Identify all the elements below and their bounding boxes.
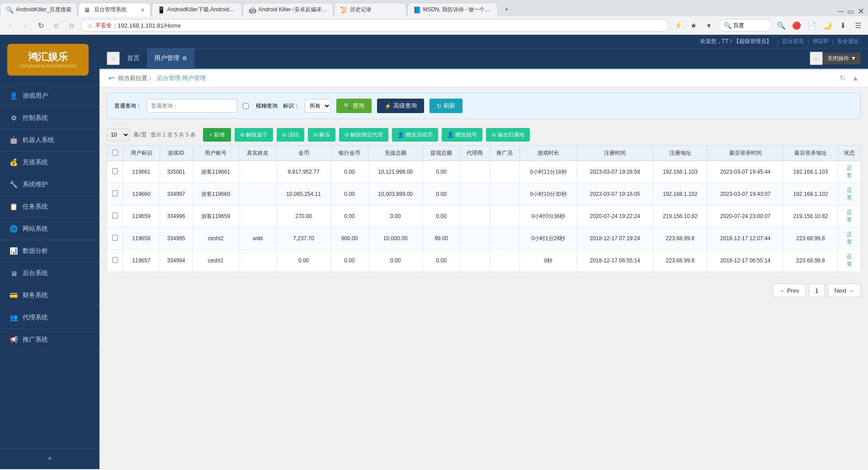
row-checkbox-0[interactable]	[107, 161, 123, 183]
row-checkbox-4[interactable]	[107, 250, 123, 272]
row-bank-coins-0: 0.00	[331, 161, 368, 183]
row-check-3[interactable]	[112, 235, 118, 241]
sidebar-item-task-system[interactable]: 📋 任务系统	[0, 196, 99, 218]
unbind-label: 解除绑定代理	[350, 131, 383, 139]
nav-back-page[interactable]: «	[107, 52, 120, 65]
collapse-btn[interactable]: ▲	[852, 74, 859, 82]
unfreeze-btn[interactable]: ⊖ 解冻	[308, 128, 335, 142]
star-btn[interactable]: ★	[687, 19, 700, 32]
gift-number-btn[interactable]: 👤 赠送靓号	[442, 128, 482, 142]
maximize-btn[interactable]: ▭	[847, 7, 854, 16]
top-nav-home-tab[interactable]: 首页	[120, 48, 147, 69]
row-check-1[interactable]	[112, 190, 118, 196]
search-input[interactable]	[147, 99, 237, 113]
row-withdraw-total-3: 99.00	[423, 228, 460, 250]
minimize-btn[interactable]: ─	[838, 7, 844, 16]
refresh-btn[interactable]: ↻ 刷新	[429, 99, 462, 113]
search-engine-icon: 🔍	[724, 22, 731, 29]
dissolve-table-btn[interactable]: ⊖ 解散桌子	[235, 128, 273, 142]
unbind-agent-btn[interactable]: ⊖ 解除绑定代理	[339, 128, 388, 142]
close-btn[interactable]: ✕	[858, 6, 864, 16]
close-ops-btn[interactable]: 关闭操作 ▼	[823, 53, 861, 64]
nav-home[interactable]: ⌂	[50, 19, 62, 32]
row-game-id-1: 334997	[160, 183, 192, 205]
sidebar-item-data-analysis[interactable]: 📊 数据分析	[0, 240, 99, 262]
header-link-logout[interactable]: 安全退出	[837, 38, 859, 45]
top-nav-user-tab[interactable]: 用户管理 ⚙	[147, 48, 194, 69]
browser-tab-2[interactable]: 🖥 后台管理系统 ×	[78, 3, 151, 16]
browser-menu-btn4[interactable]: ⬇	[836, 19, 849, 32]
sidebar-item-website-system[interactable]: 🌐 网站系统	[0, 218, 99, 240]
nav-bookmark[interactable]: ☆	[65, 19, 78, 32]
browser-tab-3[interactable]: 📱 AndroidKiller下载-AndroidKill...	[151, 3, 242, 16]
header-link-backend[interactable]: 后台首页	[782, 38, 804, 45]
lightning-btn[interactable]: ⚡	[672, 19, 684, 32]
browser-tab-6[interactable]: 📘 MSDN, 我告诉你 - 做一个安静...	[407, 3, 498, 16]
current-page-num: 1	[809, 284, 825, 297]
new-tab-btn[interactable]: +	[499, 3, 515, 16]
modify-attribution-btn[interactable]: ⊖ 修改归属地	[486, 128, 530, 142]
th-game-time: 游戏时长	[519, 146, 577, 161]
browser-nav: ‹ › ↻ ⌂ ☆ ⚠ 不安全 | ⚡ ★ ▾ 🔍 百度 🔍 🔴 📄 🌙 ⬇ ☰	[0, 16, 868, 35]
nav-reload[interactable]: ↻	[34, 19, 47, 32]
browser-tab-4[interactable]: 🤖 Android Killer--安卓反编译工具	[243, 3, 333, 16]
browser-menu-btn2[interactable]: 📄	[806, 19, 818, 32]
sidebar-add-btn[interactable]: +	[0, 448, 99, 469]
row-checkbox-3[interactable]	[107, 228, 123, 250]
sidebar-item-robot-system[interactable]: 🤖 机器人系统	[0, 129, 99, 152]
browser-tab-1[interactable]: 🔍 AndroidKiller_百度搜索	[0, 3, 77, 16]
add-btn[interactable]: + 新增	[203, 128, 231, 142]
row-promoter-4	[490, 250, 519, 272]
browser-menu-btn1[interactable]: 🔴	[790, 19, 803, 32]
expand-btn[interactable]: ▾	[703, 19, 715, 32]
sidebar-item-game-users[interactable]: 👤 游戏用户	[0, 85, 99, 107]
sidebar-item-promotion-system[interactable]: 📢 推广系统	[0, 329, 99, 351]
page-refresh-btn[interactable]: ↻	[840, 74, 845, 82]
gift-coins-btn[interactable]: 👤 赠送游戏币	[392, 128, 438, 142]
address-input[interactable]	[118, 22, 662, 29]
close-ops-label: 关闭操作	[827, 55, 849, 62]
nav-forward-page[interactable]: »	[810, 52, 823, 65]
freeze-btn[interactable]: ⊖ 冻结	[277, 128, 304, 142]
header-link-bind-ip[interactable]: 绑定IP	[813, 38, 829, 45]
fuzzy-query-checkbox[interactable]	[243, 103, 249, 109]
advanced-search-btn[interactable]: ⚡ 高级查询	[377, 99, 424, 113]
row-checkbox-2[interactable]	[107, 205, 123, 228]
sidebar-item-maintenance[interactable]: 🔧 系统维护	[0, 174, 99, 196]
row-coins-0: 9,817,952.77	[276, 161, 331, 183]
logo-main-text: 鸿汇娱乐	[19, 51, 76, 63]
tab-title-3: AndroidKiller下载-AndroidKill...	[167, 6, 236, 14]
th-bank-coins: 银行金币	[331, 146, 368, 161]
select-all-checkbox[interactable]	[112, 150, 118, 156]
sidebar-item-finance-system[interactable]: 💳 财务系统	[0, 285, 99, 307]
row-agent-2	[460, 205, 490, 228]
browser-tab-5[interactable]: 📜 历史记录	[334, 3, 406, 16]
tab-close-2[interactable]: ×	[141, 6, 145, 14]
row-last-login-ip-3: 223.68.99.8	[783, 228, 838, 250]
row-check-4[interactable]	[112, 257, 118, 263]
nav-back[interactable]: ‹	[4, 19, 16, 32]
sidebar-label-data-analysis: 数据分析	[23, 247, 90, 255]
browser-menu-btn5[interactable]: ☰	[852, 19, 864, 32]
row-recharge-total-4: 0.00	[368, 250, 423, 272]
unbind-icon: ⊖	[344, 132, 349, 138]
sidebar-label-task: 任务系统	[23, 203, 90, 211]
search-btn[interactable]: 🔍 查询	[336, 99, 372, 113]
row-checkbox-1[interactable]	[107, 183, 123, 205]
th-user-id: 用户标识	[123, 146, 160, 161]
sidebar-item-agent-system[interactable]: 👥 代理系统	[0, 307, 99, 329]
sidebar-item-recharge-system[interactable]: 💰 充值系统	[0, 152, 99, 174]
sidebar-item-backend-system[interactable]: 🖥 后台系统	[0, 262, 99, 285]
prev-page-btn[interactable]: ← Prev	[773, 284, 806, 297]
tag-select[interactable]: 所有 正常 冻结 注销	[305, 99, 331, 113]
browser-menu-btn3[interactable]: 🌙	[821, 19, 834, 32]
nav-forward[interactable]: ›	[19, 19, 32, 32]
sidebar-item-control-system[interactable]: ⚙ 控制系统	[0, 107, 99, 129]
th-withdraw-total: 提现总额	[423, 146, 460, 161]
row-check-0[interactable]	[112, 168, 118, 174]
page-size-select[interactable]: 10 20 50 100	[107, 128, 130, 141]
browser-search-btn[interactable]: 🔍	[775, 19, 788, 32]
row-check-2[interactable]	[112, 213, 118, 218]
next-page-btn[interactable]: Next →	[828, 284, 861, 297]
promotion-icon: 📢	[9, 335, 18, 344]
